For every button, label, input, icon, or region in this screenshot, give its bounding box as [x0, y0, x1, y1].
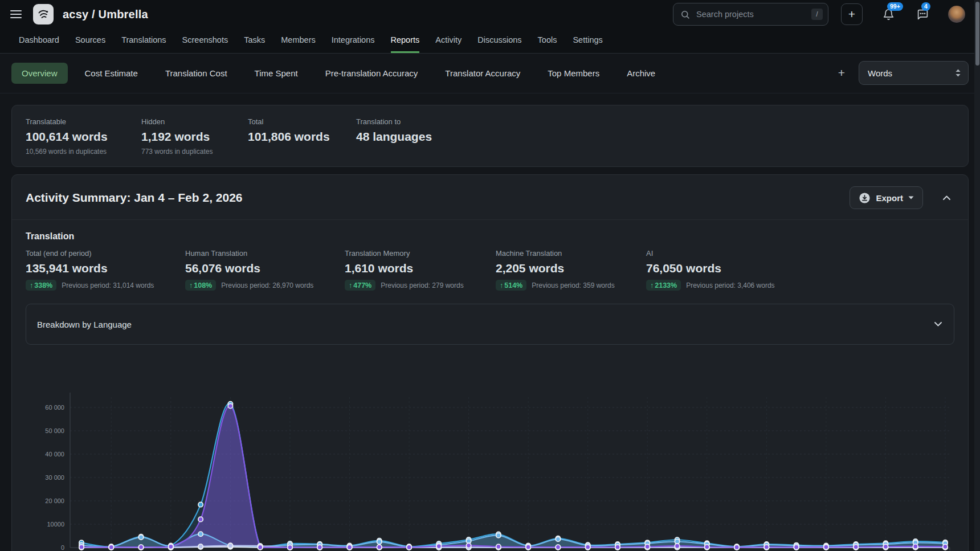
- report-tab[interactable]: Top Members: [537, 63, 610, 84]
- create-project-button[interactable]: +: [841, 3, 863, 25]
- activity-card-header: Activity Summary: Jan 4 – Feb 2, 2026 Ex…: [12, 175, 968, 220]
- stat-label: Hidden: [141, 117, 248, 126]
- stat-delta-row: 514% Previous period: 359 words: [496, 280, 646, 291]
- stat-value: 1,610 words: [345, 262, 496, 275]
- dropdown-caret-icon: [908, 196, 914, 199]
- nav-tab[interactable]: Sources: [75, 28, 105, 53]
- project-nav: DashboardSourcesTranslationsScreenshotsT…: [0, 28, 980, 54]
- top-bar: acsy / Umbrella / + 99+ 4: [0, 0, 980, 28]
- stat-delta-row: 477% Previous period: 279 words: [345, 280, 496, 291]
- stat-subtext: 10,569 words in duplicates: [26, 148, 141, 156]
- stat-delta-row: 338% Previous period: 31,014 words: [26, 280, 185, 291]
- report-tab[interactable]: Time Spent: [244, 63, 308, 84]
- export-button-label: Export: [876, 193, 903, 203]
- stat-label: Total (end of period): [26, 249, 185, 258]
- notifications-button[interactable]: 99+: [880, 6, 897, 23]
- chevron-up-icon: [942, 195, 951, 201]
- nav-tab[interactable]: Members: [281, 28, 315, 53]
- delta-badge: 477%: [345, 280, 375, 291]
- words-summary-card: Translatable 100,614 words 10,569 words …: [11, 105, 969, 167]
- stat-delta-row: 108% Previous period: 26,970 words: [185, 280, 345, 291]
- stat-value: 2,205 words: [496, 262, 646, 275]
- unit-select-value: Words: [868, 68, 892, 78]
- project-title: acsy / Umbrella: [63, 8, 148, 21]
- report-tab[interactable]: Cost Estimate: [75, 63, 148, 84]
- stat-value: 1,192 words: [141, 130, 248, 144]
- export-button[interactable]: Export: [850, 186, 923, 209]
- activity-title: Activity Summary: Jan 4 – Feb 2, 2026: [26, 191, 243, 205]
- nav-tab[interactable]: Dashboard: [19, 28, 59, 53]
- nav-tab[interactable]: Activity: [435, 28, 462, 53]
- nav-tab[interactable]: Translations: [121, 28, 166, 53]
- stat-value: 101,806 words: [248, 130, 356, 144]
- messages-button[interactable]: 4: [914, 6, 931, 23]
- activity-actions: Export: [850, 186, 954, 209]
- stat-value: 48 languages: [356, 130, 432, 144]
- crowdin-logo[interactable]: [33, 4, 54, 25]
- summary-stat: Hidden 1,192 words 773 words in duplicat…: [141, 117, 248, 156]
- bird-logo-icon: [36, 7, 50, 21]
- breakdown-label: Breakdown by Language: [37, 320, 132, 329]
- svg-text:0: 0: [61, 544, 64, 551]
- report-tabs-bar: OverviewCost EstimateTranslation CostTim…: [0, 54, 980, 93]
- stat-delta-row: 2133% Previous period: 3,406 words: [646, 280, 775, 291]
- translation-stat: Translation Memory 1,610 words 477% Prev…: [345, 249, 496, 291]
- report-tab[interactable]: Translation Cost: [155, 63, 238, 84]
- previous-period-text: Previous period: 31,014 words: [62, 281, 154, 289]
- svg-text:30 000: 30 000: [45, 474, 64, 481]
- messages-count-badge: 4: [921, 2, 930, 11]
- app-window: acsy / Umbrella / + 99+ 4 Dash: [0, 0, 980, 551]
- stat-label: AI: [646, 249, 775, 258]
- stat-label: Human Translation: [185, 249, 345, 258]
- hamburger-menu-icon[interactable]: [10, 10, 22, 18]
- delta-badge: 2133%: [646, 280, 681, 291]
- nav-tab[interactable]: Settings: [573, 28, 602, 53]
- translation-stat: AI 76,050 words 2133% Previous period: 3…: [646, 249, 775, 291]
- translation-stat: Human Translation 56,076 words 108% Prev…: [185, 249, 345, 291]
- summary-stat: Translation to 48 languages: [356, 117, 432, 156]
- summary-stat: Translatable 100,614 words 10,569 words …: [26, 117, 141, 156]
- report-tab[interactable]: Overview: [11, 63, 68, 84]
- chevron-down-icon: [934, 321, 942, 327]
- translation-stat: Machine Translation 2,205 words 514% Pre…: [496, 249, 646, 291]
- translation-section-title: Translation: [12, 220, 968, 249]
- translation-stat: Total (end of period) 135,941 words 338%…: [26, 249, 185, 291]
- collapse-section-button[interactable]: [939, 190, 954, 206]
- delta-badge: 338%: [26, 280, 56, 291]
- activity-chart[interactable]: 01000020 00030 00040 00050 00060 0004 Ja…: [18, 354, 956, 551]
- stat-value: 135,941 words: [26, 262, 185, 275]
- previous-period-text: Previous period: 26,970 words: [221, 281, 313, 289]
- scrollbar-thumb[interactable]: [975, 2, 979, 66]
- nav-tab[interactable]: Discussions: [477, 28, 521, 53]
- nav-tab[interactable]: Integrations: [332, 28, 375, 53]
- breakdown-by-language-toggle[interactable]: Breakdown by Language: [26, 304, 954, 345]
- stat-label: Machine Translation: [496, 249, 646, 258]
- previous-period-text: Previous period: 3,406 words: [686, 281, 774, 289]
- page-scrollbar[interactable]: [974, 0, 980, 551]
- translation-stats-row: Total (end of period) 135,941 words 338%…: [12, 249, 968, 291]
- nav-tab[interactable]: Screenshots: [182, 28, 228, 53]
- report-tab[interactable]: Archive: [616, 63, 665, 84]
- stat-value: 76,050 words: [646, 262, 775, 275]
- search-input[interactable]: [695, 9, 806, 19]
- notifications-count-badge: 99+: [887, 2, 903, 11]
- report-tab[interactable]: Translator Accuracy: [435, 63, 530, 84]
- stat-value: 56,076 words: [185, 262, 345, 275]
- nav-tab[interactable]: Tasks: [244, 28, 265, 53]
- search-shortcut-key: /: [811, 9, 823, 20]
- report-tab[interactable]: Pre-translation Accuracy: [315, 63, 428, 84]
- previous-period-text: Previous period: 359 words: [532, 281, 614, 289]
- main-content: Translatable 100,614 words 10,569 words …: [0, 93, 980, 551]
- nav-tab[interactable]: Tools: [538, 28, 557, 53]
- unit-select[interactable]: Words: [859, 61, 969, 85]
- delta-badge: 514%: [496, 280, 526, 291]
- add-report-tab-button[interactable]: +: [831, 66, 852, 80]
- search-box[interactable]: /: [673, 3, 828, 26]
- user-avatar[interactable]: [948, 6, 965, 23]
- stat-subtext: 773 words in duplicates: [141, 148, 248, 156]
- stat-label: Translation to: [356, 117, 432, 126]
- nav-tab[interactable]: Reports: [391, 28, 420, 53]
- stat-label: Total: [248, 117, 356, 126]
- activity-chart-area: 01000020 00030 00040 00050 00060 0004 Ja…: [12, 345, 968, 551]
- stat-label: Translatable: [26, 117, 141, 126]
